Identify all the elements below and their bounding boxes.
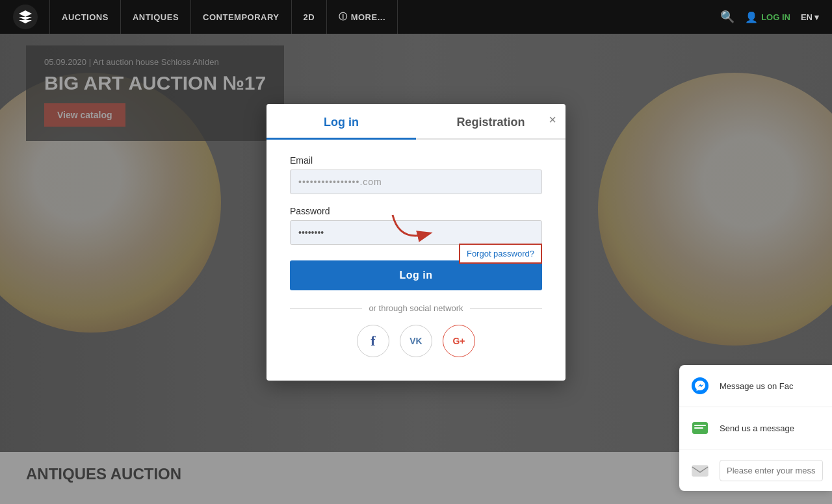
chat-row-messenger[interactable]: Message us on Fac bbox=[679, 365, 832, 407]
login-modal: × Log in Registration Email Password bbox=[266, 104, 566, 381]
sms-icon bbox=[688, 416, 712, 440]
password-input[interactable] bbox=[290, 220, 542, 245]
tab-login[interactable]: Log in bbox=[266, 104, 416, 138]
forgot-password-link[interactable]: Forgot password? bbox=[459, 244, 542, 264]
social-buttons: f VK G+ bbox=[290, 325, 542, 357]
svg-rect-4 bbox=[694, 427, 703, 429]
password-label: Password bbox=[290, 206, 542, 216]
chat-widget: Message us on Fac Send us a message bbox=[679, 365, 832, 491]
google-plus-login-button[interactable]: G+ bbox=[443, 325, 475, 357]
tab-registration[interactable]: Registration bbox=[416, 104, 566, 138]
chat-row-sms[interactable]: Send us a message bbox=[679, 407, 832, 449]
facebook-login-button[interactable]: f bbox=[357, 325, 389, 357]
messenger-icon bbox=[688, 374, 712, 397]
modal-body: Email Password Forgot password? L bbox=[266, 155, 566, 357]
facebook-icon: f bbox=[370, 333, 375, 349]
password-row: Forgot password? bbox=[290, 220, 542, 245]
vk-icon: VK bbox=[410, 336, 422, 346]
messenger-text: Message us on Fac bbox=[720, 381, 793, 391]
modal-tabs: Log in Registration bbox=[266, 104, 566, 140]
email-input[interactable] bbox=[290, 170, 542, 194]
chat-message-input[interactable] bbox=[720, 460, 823, 481]
chat-row-email bbox=[679, 449, 832, 491]
social-divider: or through social network bbox=[290, 303, 542, 313]
vk-login-button[interactable]: VK bbox=[400, 325, 432, 357]
email-label: Email bbox=[290, 155, 542, 166]
svg-rect-3 bbox=[694, 425, 706, 426]
email-icon bbox=[688, 459, 712, 482]
google-plus-icon: G+ bbox=[452, 336, 465, 346]
login-submit-button[interactable]: Log in bbox=[290, 260, 542, 290]
sms-text: Send us a message bbox=[720, 423, 794, 433]
svg-rect-5 bbox=[692, 466, 708, 476]
